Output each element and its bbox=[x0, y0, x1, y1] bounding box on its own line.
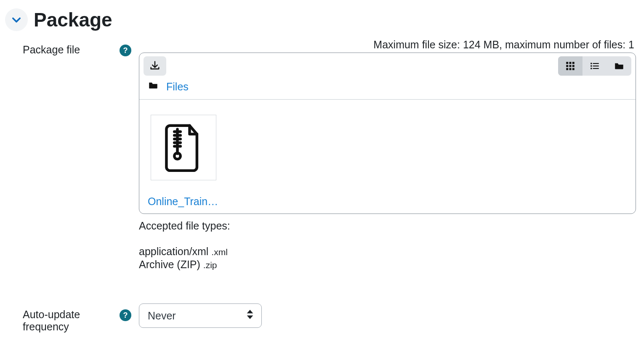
folder-icon bbox=[614, 61, 625, 71]
list-icon bbox=[589, 61, 600, 71]
accepted-type-ext: .xml bbox=[211, 247, 228, 257]
grid-icon bbox=[565, 61, 576, 71]
svg-rect-10 bbox=[590, 63, 592, 64]
svg-rect-13 bbox=[593, 66, 599, 66]
package-file-label-col: Package file ? bbox=[5, 39, 139, 56]
package-file-field: Maximum file size: 124 MB, maximum numbe… bbox=[139, 39, 636, 272]
add-file-button[interactable] bbox=[144, 56, 166, 76]
file-name: Online_Traini… bbox=[148, 195, 219, 208]
file-area: Online_Traini… bbox=[139, 100, 636, 214]
zip-file-icon bbox=[163, 123, 204, 172]
view-mode-group bbox=[558, 56, 631, 76]
accepted-type-row: Archive (ZIP) .zip bbox=[139, 258, 636, 271]
auto-update-field: Never bbox=[139, 303, 636, 328]
file-limits-text: Maximum file size: 124 MB, maximum numbe… bbox=[139, 39, 636, 51]
svg-rect-14 bbox=[590, 68, 592, 69]
section-title: Package bbox=[34, 8, 112, 31]
chevron-down-icon bbox=[11, 14, 22, 26]
svg-rect-3 bbox=[572, 62, 575, 64]
accepted-type-label: application/xml bbox=[139, 245, 208, 257]
view-list-button[interactable] bbox=[582, 56, 607, 76]
accepted-type-ext: .zip bbox=[203, 260, 217, 270]
help-icon[interactable]: ? bbox=[120, 45, 131, 56]
svg-rect-5 bbox=[569, 65, 572, 67]
breadcrumb-root-link[interactable]: Files bbox=[166, 81, 189, 93]
svg-rect-15 bbox=[593, 68, 599, 69]
file-toolbar bbox=[139, 53, 636, 78]
auto-update-row: Auto-update frequency ? Never bbox=[0, 300, 641, 336]
section-header: Package bbox=[0, 0, 641, 35]
auto-update-select-wrap: Never bbox=[139, 303, 262, 328]
file-breadcrumb: Files bbox=[139, 78, 636, 100]
auto-update-select[interactable]: Never bbox=[139, 303, 262, 328]
help-icon[interactable]: ? bbox=[120, 309, 131, 321]
accepted-type-row: application/xml .xml bbox=[139, 245, 636, 258]
accepted-types-label: Accepted file types: bbox=[139, 220, 636, 232]
svg-rect-12 bbox=[590, 65, 592, 66]
file-item[interactable]: Online_Traini… bbox=[148, 115, 219, 208]
file-manager: Files bbox=[139, 53, 636, 214]
svg-rect-4 bbox=[566, 65, 568, 67]
file-thumbnail bbox=[151, 115, 216, 180]
folder-icon bbox=[148, 80, 159, 93]
auto-update-label-col: Auto-update frequency ? bbox=[5, 303, 139, 333]
svg-rect-11 bbox=[593, 63, 599, 64]
svg-rect-9 bbox=[572, 68, 575, 70]
view-folder-button[interactable] bbox=[607, 56, 631, 76]
package-file-row: Package file ? Maximum file size: 124 MB… bbox=[0, 35, 641, 275]
accepted-type-label: Archive (ZIP) bbox=[139, 258, 200, 270]
view-grid-button[interactable] bbox=[558, 56, 582, 76]
svg-rect-7 bbox=[566, 68, 568, 70]
section-toggle-button[interactable] bbox=[5, 8, 28, 31]
svg-rect-1 bbox=[566, 62, 568, 64]
download-icon bbox=[149, 60, 161, 72]
svg-point-22 bbox=[174, 153, 181, 159]
svg-rect-6 bbox=[572, 65, 575, 67]
package-file-label: Package file bbox=[23, 44, 80, 56]
svg-rect-2 bbox=[569, 62, 572, 64]
svg-rect-8 bbox=[569, 68, 572, 70]
auto-update-label: Auto-update frequency bbox=[23, 309, 120, 333]
accepted-types-block: Accepted file types: application/xml .xm… bbox=[139, 220, 636, 271]
